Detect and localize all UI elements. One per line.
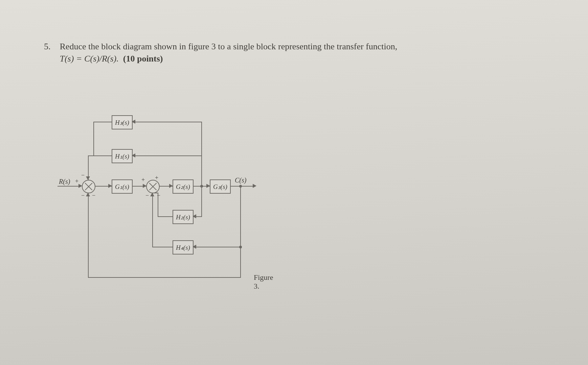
block-diagram: R(s) + G₁(s) + G₂(s) G₃(s) C(s) (58, 112, 267, 301)
wire-h4-left (152, 247, 173, 247)
block-g1: G₁(s) (112, 179, 133, 194)
pickoff-node-output (239, 185, 242, 188)
problem-tf: T(s) = C(s)/R(s). (60, 54, 119, 64)
wire-h2-left (158, 216, 173, 217)
sign-sum2-minus1: − (145, 192, 149, 199)
summing-junction-2 (146, 180, 160, 193)
pickoff-node-h4-branch (239, 246, 242, 248)
wire-h2-pick-v (201, 187, 202, 216)
sign-sum1-plus: + (75, 178, 78, 185)
arrow-output (253, 184, 256, 188)
wire-h3-down-a (93, 122, 94, 156)
pickoff-node-g2g3 (200, 185, 203, 188)
summing-junction-1 (82, 180, 95, 193)
wire-h1-pick-v (201, 155, 202, 186)
wire-h4-pick-v (240, 187, 241, 247)
wire-h3-pick-v (201, 122, 202, 156)
block-h2: H₂(s) (173, 210, 194, 224)
block-g3: G₃(s) (210, 179, 231, 194)
wire-h3-left (93, 122, 112, 122)
page: 5. Reduce the block diagram shown in fig… (0, 0, 588, 365)
problem-text: 5. Reduce the block diagram shown in fig… (44, 41, 397, 65)
sign-sum1-minus2: − (92, 192, 95, 199)
input-label: R(s) (59, 178, 70, 186)
wire-h3-jog (88, 155, 94, 156)
sign-sum2-plus-in: + (141, 176, 145, 184)
block-h4: H₄(s) (173, 240, 194, 254)
block-h1: H₁(s) (112, 149, 133, 163)
block-g2: G₂(s) (173, 179, 194, 194)
wire-output (230, 186, 255, 187)
wire-input (58, 186, 81, 187)
wire-h4-up (152, 193, 153, 247)
problem-points: (10 points) (123, 54, 163, 64)
sign-sum2-minus2: − (157, 192, 160, 199)
wire-h4-right (193, 247, 241, 247)
wire-h1-right (132, 155, 202, 156)
problem-number: 5. (44, 41, 58, 53)
sign-sum1-minus1: − (81, 192, 85, 199)
wire-h3-right (132, 122, 202, 122)
wire-unity-v2 (88, 193, 89, 278)
output-label: C(s) (235, 176, 246, 184)
figure-caption: Figure 3. (254, 273, 273, 291)
block-h3: H₃(s) (112, 115, 133, 129)
problem-body: Reduce the block diagram shown in figure… (60, 41, 398, 65)
problem-line1: Reduce the block diagram shown in figure… (60, 42, 398, 51)
sign-sum2-top-plus: + (155, 174, 158, 181)
wire-unity-v1 (240, 247, 241, 278)
sign-sum1-top-minus: − (81, 172, 85, 179)
wire-unity-h (88, 277, 241, 278)
